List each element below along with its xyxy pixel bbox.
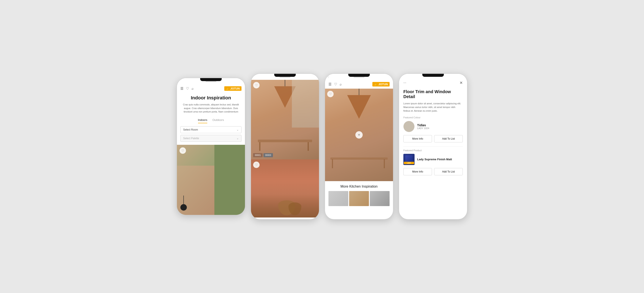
image-preview: ♡ bbox=[177, 145, 245, 215]
more-info-button-1[interactable]: More Info bbox=[403, 135, 432, 142]
room-photo-bottom: ♡ bbox=[251, 159, 319, 218]
phone-1-content: 👍 JOTUN Indoor Inspiration Cras quis nul… bbox=[177, 84, 245, 215]
plus-icon: + bbox=[358, 133, 360, 137]
favourite-btn-main[interactable]: ♡ bbox=[327, 91, 334, 97]
panel-4-notch bbox=[422, 74, 444, 77]
phone-notch-bar bbox=[177, 78, 245, 84]
scene: 👍 JOTUN Indoor Inspiration Cras quis nul… bbox=[176, 73, 468, 220]
colour-card: Tidløs LADY 1024 bbox=[403, 121, 463, 132]
featured-colour-label: Featured Colour bbox=[403, 116, 463, 119]
panel-description: Lorem ipsum dolor sit amet, consectetur … bbox=[403, 102, 463, 113]
panel-4-content: Floor Trim and Window Detail Lorem ipsum… bbox=[399, 86, 467, 219]
favourite-btn-2[interactable]: ♡ bbox=[253, 82, 260, 88]
heart-icon-3: ♡ bbox=[255, 163, 258, 167]
more-info-button-2[interactable]: More Info bbox=[403, 168, 432, 175]
jotun-logo-text-3: JOTUN bbox=[378, 83, 388, 86]
color-chip-2[interactable]: 00003 bbox=[264, 153, 273, 157]
phone-3-notch-bar bbox=[325, 74, 393, 80]
panel-4-topbar: ··· ✕ bbox=[399, 80, 467, 86]
colour-swatch bbox=[403, 121, 414, 132]
tabs: Indoors Outdoors bbox=[177, 116, 245, 123]
chevron-down-icon-2 bbox=[236, 137, 239, 140]
colour-name: Tidløs bbox=[417, 123, 429, 127]
product-name: Lady Supreme Finish Matt bbox=[417, 158, 452, 161]
product-can-label: LADY bbox=[404, 162, 414, 164]
chevron-down-icon bbox=[236, 128, 239, 131]
heart-nav-icon-3[interactable] bbox=[334, 82, 337, 86]
phone-notch bbox=[200, 78, 222, 81]
main-content: Indoor Inspiration Cras quis nulla commo… bbox=[177, 93, 245, 116]
heart-icon[interactable] bbox=[186, 86, 189, 91]
heart-icon-small: ♡ bbox=[182, 149, 184, 152]
heart-icon-2: ♡ bbox=[255, 83, 258, 87]
colour-info: Tidløs LADY 1024 bbox=[417, 123, 429, 129]
page-title: Indoor Inspiration bbox=[181, 95, 241, 101]
phone-3-notch bbox=[348, 74, 370, 77]
select-palette-dropdown[interactable]: Select Palette bbox=[180, 135, 242, 142]
tab-outdoors[interactable]: Outdoors bbox=[212, 118, 224, 123]
favourite-button[interactable]: ♡ bbox=[180, 147, 186, 154]
jotun-thumb-icon: 👍 bbox=[226, 87, 230, 90]
phone-2-content: ♡ 00001 00003 ♡ bbox=[251, 80, 319, 219]
heart-icon-main: ♡ bbox=[329, 92, 332, 96]
thumb-2[interactable] bbox=[349, 191, 369, 206]
hamburger-icon-3[interactable] bbox=[328, 82, 332, 86]
select-room-dropdown[interactable]: Select Room bbox=[180, 126, 242, 133]
color-chip-1[interactable]: 00001 bbox=[253, 153, 262, 157]
panel-4: ··· ✕ Floor Trim and Window Detail Lorem… bbox=[399, 73, 468, 220]
page-description: Cras quis nulla commodo, aliquam lectus … bbox=[181, 103, 241, 114]
top-bar-left bbox=[180, 86, 194, 91]
bottom-section: More Kitchen Inspiration ♡ bbox=[325, 181, 393, 210]
phone-3-content: 👍 JOTUN ♡ + bbox=[325, 80, 393, 219]
product-action-buttons: More Info Add To List bbox=[403, 168, 463, 175]
thumbnail-strip: ♡ bbox=[328, 191, 390, 206]
product-info: Lady Supreme Finish Matt bbox=[417, 158, 452, 161]
main-room-image: ♡ + bbox=[325, 89, 393, 181]
select-palette-label: Select Palette bbox=[183, 137, 199, 140]
phone-2: ♡ 00001 00003 ♡ bbox=[250, 73, 320, 220]
room-photo-top: ♡ 00001 00003 bbox=[251, 80, 319, 159]
menu-dots-icon[interactable]: ··· bbox=[403, 81, 406, 85]
add-to-list-button-1[interactable]: Add To List bbox=[434, 135, 463, 142]
hamburger-icon[interactable] bbox=[180, 86, 184, 91]
close-button[interactable]: ✕ bbox=[460, 80, 463, 85]
colour-action-buttons: More Info Add To List bbox=[403, 135, 463, 142]
phone-2-notch bbox=[274, 74, 296, 77]
add-to-list-button-2[interactable]: Add To List bbox=[434, 168, 463, 175]
phone-2-notch-bar bbox=[251, 74, 319, 80]
jotun-logo-3: 👍 JOTUN bbox=[372, 82, 390, 86]
phone-3: 👍 JOTUN ♡ + bbox=[324, 73, 394, 220]
dropdowns: Select Room Select Palette bbox=[177, 123, 245, 145]
favourite-btn-3[interactable]: ♡ bbox=[253, 162, 260, 168]
colour-code: LADY 1024 bbox=[417, 127, 429, 129]
section-heading: More Kitchen Inspiration bbox=[328, 185, 390, 188]
plus-button[interactable]: + bbox=[355, 131, 363, 139]
product-card: LADY Lady Supreme Finish Matt bbox=[403, 154, 463, 165]
search-icon-3[interactable] bbox=[340, 82, 342, 86]
phone-1: 👍 JOTUN Indoor Inspiration Cras quis nul… bbox=[176, 78, 245, 215]
color-chips: 00001 00003 bbox=[253, 153, 273, 157]
select-room-label: Select Room bbox=[183, 128, 198, 131]
featured-product-label: Featured Product bbox=[403, 149, 463, 152]
jotun-logo-text: JOTUN bbox=[230, 87, 240, 90]
panel-title: Floor Trim and Window Detail bbox=[403, 89, 463, 99]
jotun-thumb-icon-3: 👍 bbox=[374, 83, 378, 86]
product-can: LADY bbox=[403, 154, 414, 165]
phone-3-top-bar: 👍 JOTUN bbox=[325, 80, 393, 89]
search-icon[interactable] bbox=[192, 87, 194, 91]
phone-3-top-bar-left bbox=[328, 82, 342, 86]
thumb-1[interactable]: ♡ bbox=[328, 191, 348, 206]
tab-indoors[interactable]: Indoors bbox=[198, 118, 207, 123]
jotun-logo: 👍 JOTUN bbox=[224, 86, 242, 91]
thumb-3[interactable] bbox=[370, 191, 390, 206]
top-bar: 👍 JOTUN bbox=[177, 84, 245, 93]
panel-4-notch-bar bbox=[399, 74, 467, 80]
